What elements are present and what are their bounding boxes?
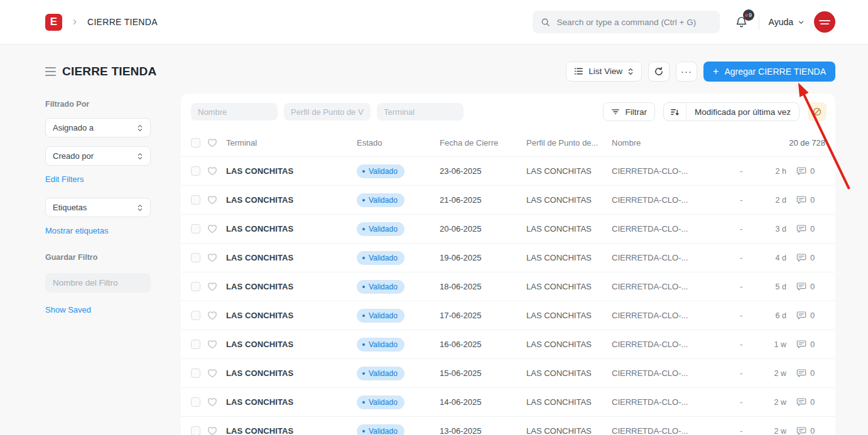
refresh-button[interactable] <box>648 62 670 82</box>
row-comments[interactable]: 0 <box>796 224 825 234</box>
status-badge[interactable]: Validado <box>357 222 404 236</box>
status-badge[interactable]: Validado <box>357 424 404 435</box>
row-checkbox[interactable] <box>191 166 200 176</box>
filter-field-input[interactable] <box>191 103 278 121</box>
status-badge[interactable]: Validado <box>357 193 404 207</box>
sort-direction-button[interactable] <box>664 103 686 121</box>
sidebar-toggle-icon[interactable] <box>45 67 56 76</box>
more-options-button[interactable]: ··· <box>676 62 697 82</box>
row-comments[interactable]: 0 <box>796 311 825 320</box>
like-icon[interactable] <box>207 195 219 205</box>
row-checkbox[interactable] <box>191 311 200 320</box>
like-icon[interactable] <box>207 311 219 320</box>
table-row[interactable]: LAS CONCHITAS Validado 23-06-2025 LAS CO… <box>181 157 835 186</box>
app-logo-icon[interactable]: E <box>45 14 62 31</box>
row-comments[interactable]: 0 <box>796 282 825 291</box>
row-checkbox[interactable] <box>191 282 200 291</box>
column-nombre[interactable]: Nombre <box>612 138 789 148</box>
row-modified: 1 w <box>757 340 786 349</box>
row-comments[interactable]: 0 <box>796 368 825 378</box>
row-terminal-link[interactable]: LAS CONCHITAS <box>226 311 357 320</box>
like-icon[interactable] <box>207 340 219 349</box>
table-row[interactable]: LAS CONCHITAS Validado 20-06-2025 LAS CO… <box>181 215 835 244</box>
show-saved-link[interactable]: Show Saved <box>45 305 151 314</box>
global-search[interactable] <box>533 11 720 33</box>
table-row[interactable]: LAS CONCHITAS Validado 15-06-2025 LAS CO… <box>181 359 835 388</box>
like-icon[interactable] <box>207 224 219 234</box>
row-checkbox[interactable] <box>191 368 200 378</box>
like-icon[interactable] <box>207 426 219 435</box>
status-badge[interactable]: Validado <box>357 367 404 380</box>
row-checkbox[interactable] <box>191 426 200 435</box>
search-input[interactable] <box>556 17 712 28</box>
row-comments[interactable]: 0 <box>796 340 825 349</box>
edit-filters-link[interactable]: Edit Filters <box>45 175 151 184</box>
table-row[interactable]: LAS CONCHITAS Validado 13-06-2025 LAS CO… <box>181 417 835 435</box>
column-terminal[interactable]: Terminal <box>226 138 357 148</box>
help-menu[interactable]: Ayuda <box>769 17 805 27</box>
add-cierre-tienda-button[interactable]: + Agregar CIERRE TIENDA <box>703 62 835 82</box>
row-checkbox[interactable] <box>191 397 200 407</box>
column-estado[interactable]: Estado <box>357 138 440 148</box>
row-terminal-link[interactable]: LAS CONCHITAS <box>226 282 357 291</box>
row-comments[interactable]: 0 <box>796 195 825 205</box>
comment-count: 0 <box>810 397 815 407</box>
tags-select[interactable]: Etiquetas <box>45 198 151 217</box>
row-terminal-link[interactable]: LAS CONCHITAS <box>226 368 357 378</box>
row-terminal-link[interactable]: LAS CONCHITAS <box>226 224 357 234</box>
table-row[interactable]: LAS CONCHITAS Validado 18-06-2025 LAS CO… <box>181 272 835 301</box>
record-count[interactable]: 20 de 728 <box>789 138 825 148</box>
assigned-to-select[interactable]: Asignado a <box>45 118 151 137</box>
row-comments[interactable]: 0 <box>796 397 825 407</box>
show-tags-link[interactable]: Mostrar etiquetas <box>45 226 151 235</box>
column-fecha-cierre[interactable]: Fecha de Cierre <box>440 138 526 148</box>
status-badge[interactable]: Validado <box>357 280 404 294</box>
row-checkbox[interactable] <box>191 253 200 262</box>
like-icon[interactable] <box>207 397 219 407</box>
row-checkbox[interactable] <box>191 224 200 234</box>
row-comments[interactable]: 0 <box>796 426 825 435</box>
like-icon[interactable] <box>207 166 219 176</box>
row-terminal-link[interactable]: LAS CONCHITAS <box>226 340 357 349</box>
slashed-circle-icon <box>812 107 822 117</box>
filter-field-input[interactable] <box>284 103 371 121</box>
row-terminal-link[interactable]: LAS CONCHITAS <box>226 397 357 407</box>
status-badge[interactable]: Validado <box>357 338 404 352</box>
like-filter-icon[interactable] <box>207 138 219 148</box>
table-row[interactable]: LAS CONCHITAS Validado 16-06-2025 LAS CO… <box>181 330 835 359</box>
row-terminal-link[interactable]: LAS CONCHITAS <box>226 195 357 205</box>
row-terminal-link[interactable]: LAS CONCHITAS <box>226 426 357 435</box>
row-checkbox[interactable] <box>191 195 200 205</box>
breadcrumb[interactable]: CIERRE TIENDA <box>87 17 158 27</box>
table-row[interactable]: LAS CONCHITAS Validado 21-06-2025 LAS CO… <box>181 186 835 215</box>
tags-toggle-button[interactable] <box>808 102 827 121</box>
status-badge[interactable]: Validado <box>357 309 404 323</box>
list-sidebar: Filtrado Por Asignado a Creado por Edit … <box>45 94 151 326</box>
column-perfil[interactable]: Perfil de Punto de... <box>526 138 612 148</box>
status-badge[interactable]: Validado <box>357 251 404 265</box>
table-row[interactable]: LAS CONCHITAS Validado 19-06-2025 LAS CO… <box>181 244 835 272</box>
row-comments[interactable]: 0 <box>796 253 825 262</box>
table-row[interactable]: LAS CONCHITAS Validado 17-06-2025 LAS CO… <box>181 301 835 330</box>
row-terminal-link[interactable]: LAS CONCHITAS <box>226 253 357 262</box>
user-avatar[interactable] <box>814 11 835 33</box>
filter-button[interactable]: Filtrar <box>603 102 655 121</box>
sort-by-button[interactable]: Modificada por última vez <box>686 103 799 121</box>
filter-field-input[interactable] <box>377 103 464 121</box>
like-icon[interactable] <box>207 282 219 291</box>
select-all-checkbox[interactable] <box>191 138 200 148</box>
row-assigned: - <box>740 340 751 349</box>
like-icon[interactable] <box>207 253 219 262</box>
row-terminal-link[interactable]: LAS CONCHITAS <box>226 166 357 176</box>
status-badge[interactable]: Validado <box>357 395 404 409</box>
notifications-button[interactable]: 9 <box>734 14 749 30</box>
status-badge[interactable]: Validado <box>357 164 404 178</box>
table-row[interactable]: LAS CONCHITAS Validado 14-06-2025 LAS CO… <box>181 388 835 417</box>
view-switcher-button[interactable]: List View <box>566 62 642 82</box>
comment-icon <box>796 311 806 320</box>
like-icon[interactable] <box>207 368 219 378</box>
row-comments[interactable]: 0 <box>796 166 825 176</box>
filter-name-input[interactable] <box>45 273 151 293</box>
created-by-select[interactable]: Creado por <box>45 146 151 166</box>
row-checkbox[interactable] <box>191 340 200 349</box>
